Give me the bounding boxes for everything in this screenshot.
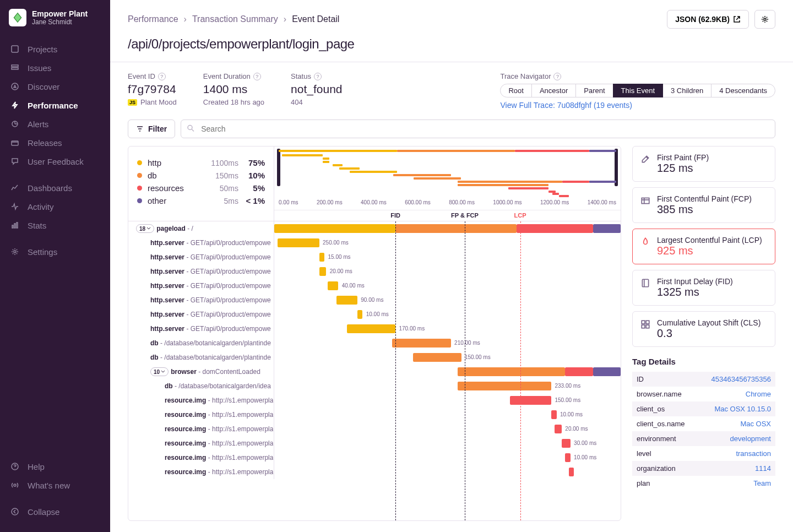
span-waterfall[interactable]: 18pageload - /http.server - GET/api/0/pr… bbox=[128, 221, 621, 520]
trace-pill[interactable]: Parent bbox=[575, 84, 613, 97]
sidebar-item-help[interactable]: Help bbox=[0, 457, 110, 476]
span-row[interactable]: http.server - GET/api/0/product/empowe40… bbox=[128, 279, 621, 293]
tag-value-link[interactable]: Mac OSX 10.15.0 bbox=[714, 405, 771, 413]
search-icon bbox=[186, 124, 195, 134]
tag-value-link[interactable]: transaction bbox=[736, 449, 771, 458]
sidebar-item-settings[interactable]: Settings bbox=[0, 242, 110, 261]
settings-button[interactable] bbox=[754, 10, 775, 29]
trace-pill[interactable]: This Event bbox=[613, 84, 663, 97]
sidebar-item-releases[interactable]: Releases bbox=[0, 133, 110, 152]
sidebar-item-alerts[interactable]: Alerts bbox=[0, 115, 110, 133]
help-icon[interactable]: ? bbox=[158, 73, 166, 80]
svg-point-13 bbox=[764, 18, 766, 20]
minimap[interactable]: 0.00 ms200.00 ms400.00 ms600.00 ms800.00… bbox=[274, 146, 621, 221]
sidebar-item-collapse[interactable]: Collapse bbox=[0, 502, 110, 521]
span-count-badge[interactable]: 10 bbox=[150, 367, 169, 376]
span-row[interactable]: 10browser - domContentLoaded bbox=[128, 365, 621, 379]
svg-point-12 bbox=[12, 508, 18, 515]
vital-marker: FP & FCP bbox=[451, 212, 479, 219]
help-icon[interactable]: ? bbox=[314, 73, 322, 80]
svg-point-11 bbox=[14, 484, 16, 486]
span-row[interactable]: http.server - GET/api/0/product/empowe15… bbox=[128, 250, 621, 264]
json-download-button[interactable]: JSON (62.9KB) bbox=[667, 10, 749, 29]
tag-value-link[interactable]: Mac OSX bbox=[740, 420, 771, 428]
chevron-right-icon: › bbox=[184, 14, 187, 24]
collapse-icon bbox=[10, 507, 20, 517]
span-row[interactable]: db - /database/botanicalgarden/plantinde… bbox=[128, 336, 621, 350]
help-icon[interactable]: ? bbox=[553, 73, 561, 80]
vital-card[interactable]: Largest Contentful Paint (LCP)925 ms bbox=[632, 229, 775, 264]
vital-card[interactable]: First Input Delay (FID)1325 ms bbox=[632, 270, 775, 306]
fire-icon bbox=[640, 237, 650, 247]
span-row[interactable]: resource.img - http://s1.empowerpla10.00… bbox=[128, 408, 621, 422]
search-input[interactable] bbox=[181, 120, 775, 138]
tag-value-link[interactable]: Team bbox=[753, 479, 771, 487]
sidebar-item-discover[interactable]: Discover bbox=[0, 77, 110, 96]
filter-icon bbox=[136, 125, 144, 133]
js-badge: JS bbox=[128, 99, 137, 106]
feedback-icon bbox=[10, 156, 20, 166]
gear-icon bbox=[10, 247, 20, 257]
span-row[interactable]: 18pageload - / bbox=[128, 221, 621, 236]
org-logo bbox=[9, 9, 26, 26]
svg-point-14 bbox=[188, 126, 192, 130]
span-row[interactable]: http.server - GET/api/0/product/empowe10… bbox=[128, 307, 621, 322]
sidebar-item-stats[interactable]: Stats bbox=[0, 216, 110, 235]
svg-rect-18 bbox=[646, 321, 649, 324]
tag-value-link[interactable]: development bbox=[730, 435, 771, 443]
span-row[interactable]: db - /database/botanicalgarden/plantinde… bbox=[128, 350, 621, 365]
sidebar-item-projects[interactable]: Projects bbox=[0, 40, 110, 58]
help-icon bbox=[10, 462, 20, 471]
span-row[interactable]: resource.img - http://s1.empowerpla bbox=[128, 465, 621, 479]
chevron-right-icon: › bbox=[284, 14, 286, 24]
tag-row: browser.nameChrome bbox=[632, 387, 775, 401]
tag-value-link[interactable]: Chrome bbox=[746, 390, 771, 398]
book-icon bbox=[640, 278, 650, 288]
crumb-summary[interactable]: Transaction Summary bbox=[192, 14, 278, 24]
meta-status: Status? not_found 404 bbox=[291, 72, 342, 110]
trace-pill[interactable]: Root bbox=[500, 84, 531, 97]
vital-card[interactable]: First Paint (FP)125 ms bbox=[632, 146, 775, 182]
sidebar-item-dashboards[interactable]: Dashboards bbox=[0, 178, 110, 197]
span-row[interactable]: resource.img - http://s1.empowerpla150.0… bbox=[128, 393, 621, 408]
span-row[interactable]: http.server - GET/api/0/product/empowe17… bbox=[128, 322, 621, 336]
crumb-performance[interactable]: Performance bbox=[128, 14, 178, 24]
projects-icon bbox=[10, 44, 20, 54]
legend-row: db 150ms 10% bbox=[137, 169, 265, 182]
vital-card[interactable]: First Contentful Paint (FCP)385 ms bbox=[632, 187, 775, 223]
org-switcher[interactable]: Empower Plant Jane Schmidt bbox=[0, 0, 110, 35]
legend-dot bbox=[137, 160, 142, 165]
svg-rect-5 bbox=[12, 141, 18, 145]
view-full-trace-link[interactable]: View Full Trace: 7u08dfghf (19 events) bbox=[500, 101, 632, 110]
tag-value-link[interactable]: 1114 bbox=[755, 464, 771, 473]
tag-row: environmentdevelopment bbox=[632, 431, 775, 446]
svg-rect-1 bbox=[12, 65, 18, 67]
span-row[interactable]: http.server - GET/api/0/product/empowe20… bbox=[128, 264, 621, 279]
discover-icon bbox=[10, 82, 20, 91]
span-row[interactable]: resource.img - http://s1.empowerpla10.00… bbox=[128, 450, 621, 465]
span-row[interactable]: db - /database/botanicalgarden/idea233.0… bbox=[128, 379, 621, 393]
sidebar-item-issues[interactable]: Issues bbox=[0, 58, 110, 77]
sidebar-item-whatsnew[interactable]: What's new bbox=[0, 476, 110, 495]
minimap-handle-left[interactable] bbox=[277, 149, 280, 186]
sidebar-item-performance[interactable]: Performance bbox=[0, 96, 110, 115]
tag-value-link[interactable]: 453463456735356 bbox=[711, 375, 771, 383]
page-title: /api/0/projects/empowerplant/login_page bbox=[128, 36, 775, 52]
span-row[interactable]: http.server - GET/api/0/product/empowe25… bbox=[128, 236, 621, 250]
span-row[interactable]: http.server - GET/api/0/product/empowe90… bbox=[128, 293, 621, 307]
vital-card[interactable]: Cumulative Layout Shift (CLS)0.3 bbox=[632, 311, 775, 347]
trace-pill[interactable]: Ancestor bbox=[531, 84, 576, 97]
sidebar-item-feedback[interactable]: User Feedback bbox=[0, 152, 110, 171]
help-icon[interactable]: ? bbox=[253, 73, 261, 80]
span-row[interactable]: resource.img - http://s1.empowerpla20.00… bbox=[128, 422, 621, 436]
trace-pill[interactable]: 4 Descendants bbox=[711, 84, 775, 97]
trace-pill[interactable]: 3 Children bbox=[662, 84, 711, 97]
span-count-badge[interactable]: 18 bbox=[136, 224, 154, 233]
sidebar-item-activity[interactable]: Activity bbox=[0, 197, 110, 216]
span-row[interactable]: resource.img - http://s1.empowerpla30.00… bbox=[128, 436, 621, 450]
releases-icon bbox=[10, 138, 20, 148]
filter-button[interactable]: Filter bbox=[128, 120, 175, 138]
pencil-icon bbox=[640, 154, 650, 164]
external-link-icon bbox=[733, 15, 741, 23]
gear-icon bbox=[761, 15, 769, 24]
